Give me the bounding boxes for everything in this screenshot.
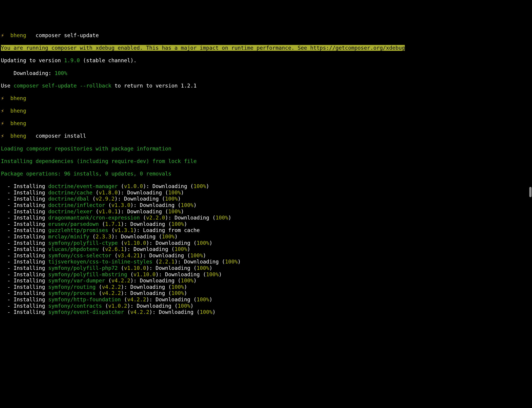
rollback-prefix: Use: [1, 83, 13, 89]
installing-deps: Installing dependencies (including requi…: [1, 158, 531, 165]
paren-open: (: [99, 221, 105, 227]
download-percent: 100%: [162, 234, 174, 239]
update-version: 1.9.0: [64, 58, 80, 63]
package-name: symfony/routing: [48, 284, 96, 290]
installing-label: Installing: [13, 303, 48, 309]
package-version: v2.2.0: [146, 215, 165, 221]
status-prefix: Downloading (: [140, 202, 181, 208]
status-suffix: ): [209, 265, 212, 271]
paren-open: (: [89, 196, 96, 202]
scrollbar-thumb[interactable]: [529, 187, 532, 197]
package-name: symfony/polyfill-mbstring: [48, 272, 127, 277]
status-suffix: ): [209, 240, 212, 246]
paren-open: (: [127, 272, 134, 277]
paren-close: ):: [149, 309, 159, 315]
package-version: v1.3.0: [111, 202, 130, 208]
paren-close: ):: [130, 278, 140, 284]
status-prefix: Downloading (: [134, 246, 175, 252]
package-install-line: - Installing symfony/http-foundation (v4…: [1, 297, 531, 303]
installing-label: Installing: [13, 284, 48, 290]
installing-label: Installing: [13, 202, 48, 208]
paren-close: ):: [121, 290, 130, 296]
command-text: composer self-update: [35, 32, 99, 38]
list-dash: -: [1, 215, 13, 221]
package-version: v1.0.1: [99, 209, 118, 214]
list-dash: -: [1, 190, 13, 196]
package-version: 2.3.3: [95, 234, 111, 239]
installing-label: Installing: [13, 290, 48, 296]
bolt-icon: ⚡: [1, 120, 4, 126]
status-suffix: ): [212, 309, 216, 315]
status-prefix: Loading from cache: [143, 227, 200, 233]
status-prefix: Downloading (: [140, 278, 181, 284]
prompt-user: bheng: [10, 133, 26, 139]
package-install-line: - Installing doctrine/event-manager (v1.…: [1, 183, 531, 190]
prompt-user: bheng: [10, 32, 26, 38]
paren-open: (: [89, 234, 96, 239]
status-suffix: ): [238, 259, 241, 265]
package-name: doctrine/cache: [48, 190, 93, 196]
paren-open: (: [105, 202, 111, 208]
loading-repos: Loading composer repositories with packa…: [1, 146, 531, 152]
package-version: v4.2.2: [130, 309, 149, 315]
package-name: dragonmantank/cron-expression: [48, 215, 140, 221]
paren-open: (: [140, 215, 146, 221]
package-version: v2.6.1: [105, 246, 124, 252]
paren-close: ):: [118, 190, 127, 196]
rollback-cmd: composer self-update --rollback: [13, 83, 111, 89]
status-prefix: Downloading (: [127, 209, 168, 214]
paren-close: ):: [118, 209, 127, 214]
xdebug-warning: You are running composer with xdebug ena…: [1, 45, 531, 51]
installing-label: Installing: [13, 278, 48, 284]
status-prefix: Downloading (: [130, 221, 171, 227]
status-suffix: ): [177, 196, 181, 202]
package-install-line: - Installing symfony/process (v4.2.2): D…: [1, 290, 531, 297]
status-prefix: Downloading (: [136, 303, 177, 309]
package-name: symfony/process: [48, 290, 96, 296]
status-prefix: Downloading (: [149, 253, 190, 258]
installing-label: Installing: [13, 209, 48, 214]
status-prefix: Downloading (: [156, 240, 197, 246]
status-suffix: ): [228, 215, 231, 221]
package-version: 2.2.1: [159, 259, 174, 265]
status-prefix: Downloading (: [130, 284, 171, 290]
package-version: v1.10.0: [124, 240, 146, 246]
status-prefix: Downloading (: [121, 234, 162, 239]
package-version: 1.7.1: [105, 221, 121, 227]
package-name: doctrine/event-manager: [48, 183, 118, 189]
installing-label: Installing: [13, 297, 48, 302]
package-install-line: - Installing symfony/polyfill-ctype (v1.…: [1, 240, 531, 246]
download-percent: 100%: [175, 246, 187, 252]
package-version: v1.10.0: [124, 265, 146, 271]
bolt-icon: ⚡: [1, 32, 4, 38]
list-dash: -: [1, 240, 13, 246]
package-name: doctrine/lexer: [48, 209, 93, 214]
paren-close: ):: [146, 240, 156, 246]
download-percent: 100%: [181, 202, 193, 208]
paren-open: (: [102, 303, 108, 309]
package-name: symfony/event-dispatcher: [48, 309, 124, 315]
paren-open: (: [108, 227, 115, 233]
status-prefix: Downloading (: [184, 259, 225, 265]
paren-close: ):: [140, 253, 149, 258]
status-suffix: ): [181, 209, 184, 214]
list-dash: -: [1, 209, 13, 214]
package-version: v1.10.0: [134, 272, 156, 277]
package-install-line: - Installing mrclay/minify (2.3.3): Down…: [1, 234, 531, 240]
list-dash: -: [1, 196, 13, 202]
status-suffix: ): [219, 272, 222, 277]
paren-close: ):: [124, 246, 134, 252]
download-percent: 100%: [197, 240, 209, 246]
installing-label: Installing: [13, 272, 48, 277]
status-prefix: Downloading (: [175, 215, 216, 221]
paren-close: ):: [165, 215, 175, 221]
terminal-output[interactable]: ⚡ bheng composer self-update You are run…: [1, 26, 531, 322]
prompt-line-empty-3: ⚡ bheng: [1, 120, 531, 127]
paren-close: ):: [175, 259, 184, 265]
installing-label: Installing: [13, 253, 48, 258]
status-suffix: ): [181, 190, 184, 196]
paren-open: (: [118, 265, 124, 271]
status-prefix: Downloading (: [124, 196, 165, 202]
download-percent: 100%: [197, 297, 209, 302]
package-version: v3.4.21: [118, 253, 140, 258]
